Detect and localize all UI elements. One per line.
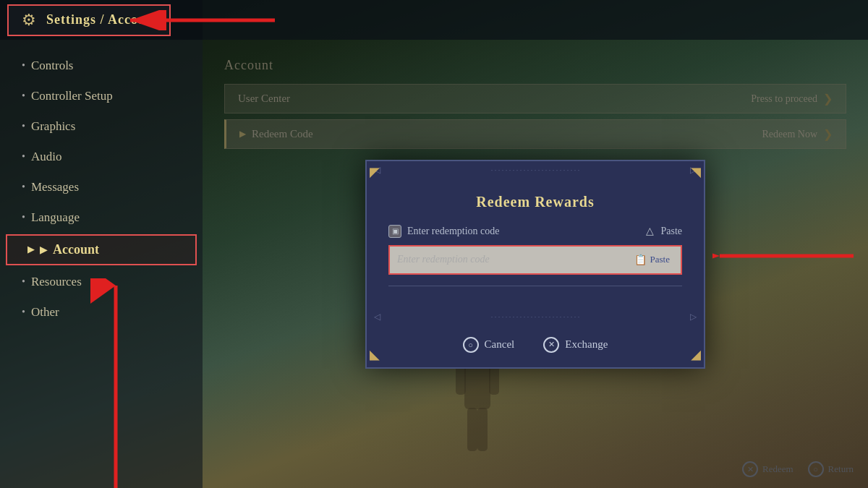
- exchange-button[interactable]: ✕ Exchange: [543, 337, 608, 353]
- sidebar-item-label: Controls: [31, 59, 74, 73]
- sidebar-item-label: Other: [31, 305, 59, 320]
- arrow-input: [712, 245, 857, 270]
- sidebar-item-label: Audio: [31, 150, 62, 164]
- modal-divider: [388, 286, 682, 286]
- corner-decoration-br: ◤: [686, 350, 701, 364]
- sidebar-nav: Controls Controller Setup Graphics Audio…: [0, 40, 203, 338]
- cancel-icon: ○: [463, 337, 479, 353]
- cancel-button[interactable]: ○ Cancel: [463, 337, 515, 353]
- exchange-icon: ✕: [543, 337, 559, 353]
- gear-icon: ⚙: [19, 10, 39, 30]
- input-label-text: Enter redemption code: [407, 226, 500, 237]
- sidebar-item-label: Language: [31, 210, 80, 225]
- sidebar-item-label: Account: [53, 242, 99, 257]
- code-input-wrapper[interactable]: 📋 Paste: [388, 245, 682, 275]
- input-icon: ▣: [388, 225, 401, 238]
- sidebar-item-controller-setup[interactable]: Controller Setup: [0, 81, 203, 111]
- modal-deco-top: ◁ · · · · · · · · · · · · · · · · · · · …: [367, 161, 704, 179]
- input-label-right: △ Paste: [643, 225, 682, 238]
- arrow-header: [123, 10, 282, 33]
- triangle-button-icon: △: [643, 225, 656, 238]
- header-bar: ⚙ Settings / Account: [0, 0, 868, 40]
- modal-body: ▣ Enter redemption code △ Paste 📋 Paste: [367, 221, 704, 308]
- corner-decoration-tr: ◤: [686, 164, 701, 179]
- paste-btn-label: Paste: [650, 254, 670, 265]
- modal-container: ◤ ◤ ◤ ◤ ◁ · · · · · · · · · · · · · · · …: [365, 160, 705, 369]
- sidebar-item-label: Graphics: [31, 119, 75, 134]
- redemption-code-input[interactable]: [397, 254, 631, 265]
- input-label-row: ▣ Enter redemption code △ Paste: [388, 225, 682, 238]
- input-label-left: ▣ Enter redemption code: [388, 225, 500, 238]
- sidebar-item-label: Resources: [31, 275, 82, 289]
- sidebar-item-label: Messages: [31, 180, 79, 194]
- cancel-label: Cancel: [485, 338, 515, 351]
- sidebar-item-label: Controller Setup: [31, 89, 113, 103]
- modal-footer: ○ Cancel ✕ Exchange: [367, 326, 704, 367]
- arrow-account: [87, 278, 145, 488]
- sidebar-item-graphics[interactable]: Graphics: [0, 111, 203, 142]
- sidebar-item-messages[interactable]: Messages: [0, 172, 203, 202]
- paste-label: Paste: [660, 226, 682, 237]
- exchange-label: Exchange: [565, 338, 608, 351]
- sidebar-item-language[interactable]: Language: [0, 202, 203, 233]
- active-indicator: ▶: [40, 244, 47, 256]
- modal-title: Redeem Rewards: [367, 179, 704, 221]
- corner-decoration-bl: ◤: [370, 350, 384, 364]
- sidebar-item-account[interactable]: ▶ Account: [6, 234, 197, 265]
- modal-deco-bottom: ◁ · · · · · · · · · · · · · · · · · · · …: [367, 308, 704, 326]
- modal-overlay: ◤ ◤ ◤ ◤ ◁ · · · · · · · · · · · · · · · …: [203, 40, 868, 488]
- sidebar-item-controls[interactable]: Controls: [0, 51, 203, 81]
- sidebar-item-audio[interactable]: Audio: [0, 142, 203, 172]
- paste-button-inline[interactable]: 📋 Paste: [631, 252, 673, 267]
- paste-icon: 📋: [634, 254, 647, 266]
- redeem-rewards-dialog: ◤ ◤ ◤ ◤ ◁ · · · · · · · · · · · · · · · …: [365, 160, 705, 369]
- corner-decoration-tl: ◤: [370, 164, 384, 179]
